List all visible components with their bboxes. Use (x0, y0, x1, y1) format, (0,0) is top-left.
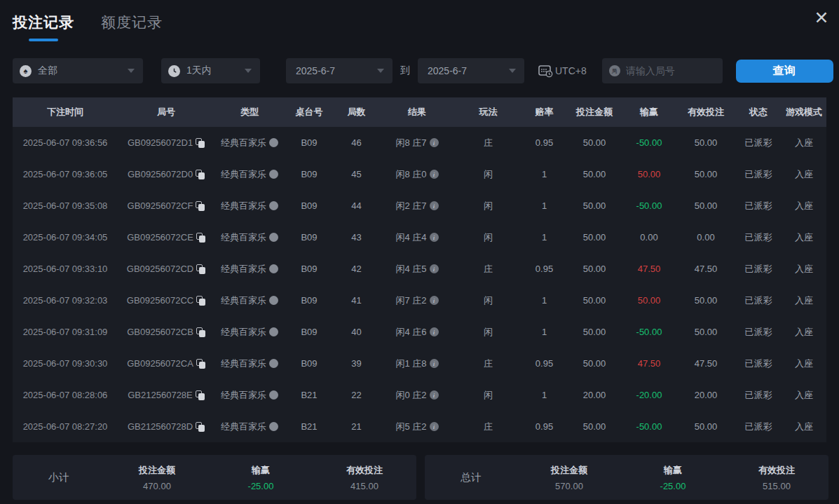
copy-icon[interactable] (196, 170, 205, 179)
cell-round-id: GB212560728E (118, 390, 214, 400)
cell-status: 已派彩 (735, 326, 782, 339)
cell-win-loss: -50.00 (622, 137, 676, 148)
date-to-select[interactable]: 2025-6-7 (418, 58, 524, 83)
total-label: 总计 (425, 471, 517, 484)
cell-status: 已派彩 (735, 263, 782, 275)
info-icon[interactable]: i (430, 390, 439, 400)
cell-game-mode: 入座 (782, 231, 826, 244)
date-from-select[interactable]: 2025-6-7 (286, 58, 393, 83)
cell-result: 闲8 庄0 i (379, 168, 455, 181)
query-button[interactable]: 查询 (736, 60, 833, 83)
tab-quota-records[interactable]: 额度记录 (101, 13, 163, 41)
game-badge-icon (269, 170, 278, 179)
cell-valid-bet: 50.00 (676, 169, 735, 179)
chevron-down-icon (128, 69, 135, 73)
info-icon[interactable]: i (430, 233, 439, 242)
cell-round-id: GB09256072D0 (118, 169, 214, 179)
copy-icon[interactable] (196, 264, 205, 274)
cell-result: 闲7 庄2 i (379, 294, 455, 307)
cell-result: 闲4 庄5 i (379, 263, 455, 275)
header-cell: 玩法 (455, 106, 521, 118)
round-input[interactable] (626, 65, 710, 76)
cell-game-type: 经典百家乐 (214, 294, 285, 307)
cell-valid-bet: 50.00 (676, 421, 735, 432)
cell-odds: 1 (521, 232, 567, 243)
info-icon[interactable]: i (430, 422, 439, 431)
cell-bet-time: 2025-06-07 09:33:10 (13, 264, 118, 274)
cell-table-no: B21 (285, 390, 334, 400)
cell-result: 闲4 庄4 i (379, 231, 455, 244)
header-cell: 结果 (379, 106, 455, 118)
time-range-select[interactable]: 1天内 (161, 58, 260, 83)
cell-game-type: 经典百家乐 (214, 231, 285, 244)
cell-bet-amount: 50.00 (567, 264, 622, 274)
cell-round-id: GB09256072CB (118, 327, 214, 337)
cell-game-type: 经典百家乐 (214, 326, 285, 339)
copy-icon[interactable] (196, 390, 205, 400)
copy-icon[interactable] (196, 422, 205, 432)
game-type-select[interactable]: ♠ 全部 (13, 58, 143, 83)
game-badge-icon (269, 138, 278, 147)
cell-play: 闲 (455, 200, 521, 212)
total-valid-value: 515.00 (725, 481, 828, 491)
cell-game-type: 经典百家乐 (214, 389, 285, 402)
header-cell: 状态 (735, 106, 782, 118)
timezone-value: UTC+8 (555, 65, 587, 76)
cell-round-id: GB212560728D (118, 421, 214, 432)
game-type-value: 全部 (38, 64, 57, 77)
cell-round-no: 42 (334, 264, 379, 274)
cell-play: 闲 (455, 168, 521, 181)
header-cell: 有效投注 (676, 106, 735, 118)
cell-game-mode: 入座 (782, 294, 826, 307)
copy-icon[interactable] (196, 201, 205, 211)
cell-odds: 1 (521, 200, 567, 211)
copy-icon[interactable] (196, 138, 205, 148)
cell-valid-bet: 50.00 (676, 200, 735, 211)
cell-game-mode: 入座 (782, 200, 826, 212)
cell-status: 已派彩 (735, 231, 782, 244)
game-badge-icon (269, 233, 278, 242)
copy-icon[interactable] (196, 327, 205, 337)
table-row: 2025-06-07 09:31:09 GB09256072CB 经典百家乐 B… (13, 316, 826, 348)
cell-status: 已派彩 (735, 357, 782, 370)
info-icon[interactable]: i (430, 201, 439, 210)
table-row: 2025-06-07 09:35:08 GB09256072CF 经典百家乐 B… (13, 190, 826, 222)
info-icon[interactable]: i (430, 296, 439, 305)
table-body: 2025-06-07 09:36:56 GB09256072D1 经典百家乐 B… (13, 127, 826, 442)
header-cell: 输赢 (622, 106, 676, 118)
info-icon[interactable]: i (430, 264, 439, 273)
cell-table-no: B09 (285, 264, 334, 274)
timezone-indicator[interactable]: UTC+8 (538, 64, 587, 78)
cell-game-type: 经典百家乐 (214, 421, 285, 433)
close-icon[interactable]: ✕ (811, 7, 832, 28)
game-badge-icon (269, 359, 278, 368)
cell-play: 闲 (455, 389, 521, 402)
copy-icon[interactable] (196, 296, 205, 306)
cell-win-loss: 50.00 (622, 295, 676, 306)
cell-game-mode: 入座 (782, 421, 826, 433)
copy-icon[interactable] (196, 359, 205, 369)
cell-valid-bet: 47.50 (676, 358, 735, 369)
info-icon[interactable]: i (430, 138, 439, 147)
subtotal-bet-label: 投注金额 (105, 464, 209, 477)
cell-game-mode: 入座 (782, 263, 826, 275)
cell-status: 已派彩 (735, 389, 782, 402)
table-row: 2025-06-07 09:36:56 GB09256072D1 经典百家乐 B… (13, 127, 826, 158)
spade-icon: ♠ (20, 65, 32, 77)
cell-play: 闲 (455, 326, 521, 339)
cell-round-id: GB09256072CD (118, 264, 214, 274)
cell-round-no: 44 (334, 200, 379, 211)
info-icon[interactable]: i (430, 327, 439, 336)
table-row: 2025-06-07 08:27:20 GB212560728D 经典百家乐 B… (13, 411, 826, 442)
info-icon[interactable]: i (430, 359, 439, 368)
cell-status: 已派彩 (735, 294, 782, 307)
bet-records-table: 下注时间局号类型桌台号局数结果玩法赔率投注金额输赢有效投注状态游戏模式 2025… (13, 97, 826, 442)
total-bet-value: 570.00 (517, 481, 621, 491)
info-icon[interactable]: i (430, 170, 439, 179)
tab-bet-records[interactable]: 投注记录 (13, 13, 74, 41)
cell-odds: 0.95 (521, 137, 567, 148)
cell-play: 闲 (455, 231, 521, 244)
cell-odds: 1 (521, 295, 567, 306)
total-win-label: 输赢 (621, 464, 725, 477)
copy-icon[interactable] (196, 233, 205, 243)
